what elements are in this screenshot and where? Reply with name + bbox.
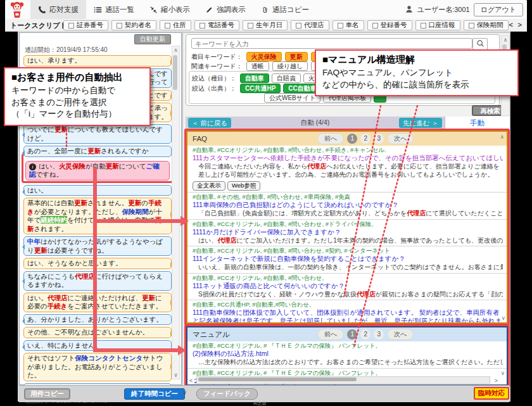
keyword-highlight: 更新 <box>74 199 87 206</box>
feedback-button[interactable]: フィードバック <box>196 388 258 400</box>
next-result-button[interactable]: 先に進む ＞ <box>399 118 442 128</box>
menu-item-taiou[interactable]: 応対支援 <box>30 0 86 19</box>
scriptbar-right-arrow-icon[interactable] <box>518 21 522 29</box>
pagination-page-3[interactable]: 3 <box>374 329 384 339</box>
checkbox-icon[interactable] <box>372 23 378 29</box>
manual-title: マニュアル <box>193 331 230 338</box>
filter-kind-button[interactable]: 自賠責 <box>272 73 301 83</box>
related-keyword-button[interactable]: 繰り越し <box>272 61 308 71</box>
text-segment: にてご加入いただけます。ただし1年未満の契約の場合、無事故であったとしても、更改… <box>236 237 503 244</box>
keyword-highlight: 代理店 <box>75 272 95 280</box>
related-keyword-button[interactable]: 通帳 <box>246 61 269 71</box>
checkbox-icon[interactable] <box>296 23 301 29</box>
agent-message-bubble: はい、承ります。 <box>23 55 172 67</box>
customer-message-bubble: あ、分かりました、ありがとうございます。 <box>23 314 172 326</box>
talk-script-chip[interactable]: 住所 <box>160 20 191 30</box>
focus-keyword-button[interactable]: 更新 <box>285 52 308 61</box>
text-segment: にご連絡いただければ、 <box>68 294 142 301</box>
pagination-page-1[interactable]: 1 <box>347 329 357 339</box>
text-segment: を付けている場合は、自動で <box>67 216 155 224</box>
transcript-scrollbar[interactable] <box>172 46 180 379</box>
item-title-link[interactable]: (2)保険料の払込方法.html <box>193 350 503 358</box>
item-title-link[interactable]: 111自動車保険に団体扱で加入していて、団体扱割引が適用されています。 契約者は… <box>193 308 503 322</box>
text-segment: について <box>119 162 146 170</box>
scroll-down-icon[interactable] <box>501 315 505 321</box>
talk-script-chip[interactable]: 契約者名 <box>111 20 156 30</box>
pagination-page-3[interactable]: 3 <box>374 134 384 144</box>
search-button[interactable] <box>472 38 488 50</box>
menu-item-copycall[interactable]: 通話コピー <box>253 0 317 19</box>
web-reference-button[interactable]: Web参照 <box>227 181 260 191</box>
copy-end-time-button[interactable]: 終了時間コピー <box>124 388 185 400</box>
item-title-link[interactable]: 111車両保険の自己負担額はどのようにして決めればいいのですか？ <box>193 201 503 209</box>
checkbox-icon[interactable] <box>338 23 343 29</box>
keyword-highlight: 代理店 <box>307 163 326 170</box>
temporary-response-button[interactable]: 臨時対応 <box>474 387 509 400</box>
keyword-highlight: 更新 <box>128 199 141 206</box>
scroll-up-icon[interactable] <box>500 134 504 140</box>
checkbox-icon[interactable] <box>248 23 253 29</box>
faq-pagination: 前へ123次へ <box>317 133 414 144</box>
item-title-link[interactable]: 111ネット通販の商品と比べて何がいいのですか？ <box>193 282 503 290</box>
menu-item-label: 強調表示 <box>217 5 246 15</box>
faq-panel: FAQ 前へ123次へ #自動車, #CCオリジナル, #自動車, #問い合わせ… <box>186 130 508 324</box>
talk-script-chip[interactable]: 車名 <box>332 20 364 30</box>
chip-label: 口座情報 <box>429 21 455 30</box>
pagination-next-button[interactable]: 次へ <box>387 133 414 144</box>
checkbox-icon[interactable] <box>165 23 170 29</box>
talk-script-chip[interactable]: 証券番号 <box>63 20 108 30</box>
pagination-prev-button[interactable]: 前へ <box>317 133 344 144</box>
talk-script-chip[interactable]: 保険期間 <box>464 20 509 30</box>
scroll-up-icon[interactable] <box>502 37 509 43</box>
user-name: ユーザー名:3001 <box>417 5 470 15</box>
item-title-link[interactable]: 1111か月だけドライバー保険に加入できますか？ <box>193 228 503 236</box>
item-tags: #自動車, #CCオリジナル, #自動車, #問い合わせ, #ドライバー保険, <box>193 220 503 227</box>
scroll-up-icon[interactable] <box>172 47 179 53</box>
filter-kind-button[interactable]: 自動車 <box>240 73 269 83</box>
pagination-page-1[interactable]: 1 <box>347 134 357 144</box>
text-segment: その他、ご不明な点はございませんか。 <box>27 328 149 336</box>
filter-source-button[interactable]: CC共通HP <box>240 84 281 93</box>
checkbox-icon[interactable] <box>421 23 426 29</box>
checkbox-icon[interactable] <box>200 23 205 29</box>
checkbox-icon[interactable] <box>469 23 474 29</box>
talk-script-chip[interactable]: 登録番号 <box>367 20 412 30</box>
logout-button[interactable]: ログアウト <box>474 3 523 16</box>
scroll-down-icon[interactable] <box>172 372 179 378</box>
menu-item-calls[interactable]: 通話一覧 <box>86 0 142 19</box>
manual-horizontal-scrollbar[interactable] <box>196 376 490 384</box>
customer-message-bubble: あのー、全部一度に更新されるんですか <box>23 146 172 157</box>
keyword-search-input[interactable] <box>191 38 472 49</box>
scroll-down-icon[interactable] <box>182 390 187 396</box>
checkbox-icon[interactable] <box>68 23 74 29</box>
talk-script-chip[interactable]: 口座情報 <box>415 20 460 30</box>
pagination-prev-button[interactable]: 前へ <box>317 329 344 340</box>
auto-update-button[interactable]: 自動更新 <box>134 34 171 44</box>
talk-script-chip[interactable]: 電話番号 <box>194 20 239 30</box>
faq-item: #自動車, #CCオリジナル, #自動車, #問い合わせ, #手続き, #キャン… <box>187 146 507 193</box>
checkbox-icon[interactable] <box>117 23 122 29</box>
pagination-next-button[interactable]: 次へ <box>387 329 414 340</box>
scrollbar-thumb[interactable] <box>198 377 357 381</box>
scroll-down-icon[interactable] <box>500 370 505 376</box>
full-text-button[interactable]: 全文表示 <box>193 181 225 191</box>
scroll-left-icon[interactable] <box>189 377 193 384</box>
pagination-page-2[interactable]: 2 <box>360 134 370 144</box>
scriptbar-left-arrow-icon[interactable] <box>509 21 513 29</box>
item-tags: #自動車, #CCオリジナル, # 『ＴＨＥ クルマの保険』 パンフレット, <box>193 369 503 376</box>
item-title-link[interactable]: 111カスタマーセンターへ依頼した手続きが不要になったので、その旨を担当部署へ伝… <box>193 154 503 162</box>
user-area: ユーザー名:3001 ログアウト <box>405 0 523 19</box>
text-segment: されません。 <box>87 199 128 206</box>
menu-item-shrink[interactable]: 縮小表示 <box>142 0 198 19</box>
scrollbar-thumb[interactable] <box>173 55 177 90</box>
tab-manual-mode[interactable]: 手動 <box>445 117 509 129</box>
focus-keyword-button[interactable]: 火災保険 <box>246 52 282 61</box>
pagination-page-2[interactable]: 2 <box>360 329 370 339</box>
scroll-right-icon[interactable] <box>495 377 498 384</box>
copy-subject-button[interactable]: 用件コピー <box>24 388 70 400</box>
item-title-link[interactable]: 111インターネットで新規に自動車保険を契約することはできますか？ <box>193 255 503 263</box>
talk-script-chip[interactable]: 生年月日 <box>243 20 288 30</box>
menu-item-highlight[interactable]: 強調表示 <box>198 0 253 19</box>
filter-source-button[interactable]: 公式WEBサイト <box>264 93 320 103</box>
talk-script-chip[interactable]: 代理店 <box>291 20 329 30</box>
